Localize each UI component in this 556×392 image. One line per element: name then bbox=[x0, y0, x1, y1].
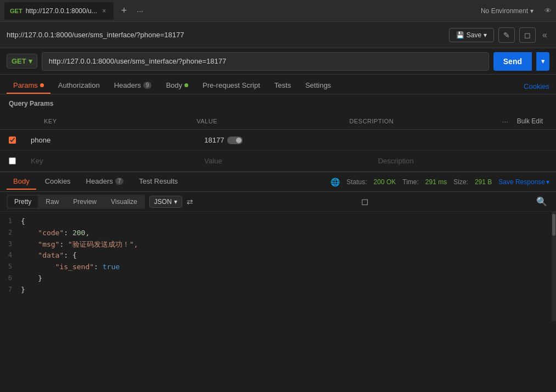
tab-authorization[interactable]: Authorization bbox=[52, 78, 106, 94]
format-tab-pretty[interactable]: Pretty bbox=[8, 196, 38, 208]
tab-url: http://127.0.0.1:8000/u... bbox=[26, 7, 97, 15]
body-dot bbox=[184, 83, 188, 87]
param-row-1: phone 18177 bbox=[0, 130, 556, 151]
new-tab-button[interactable]: + bbox=[118, 5, 131, 16]
url-bar: http://127.0.0.1:8000/user/sms_interface… bbox=[0, 22, 556, 48]
edit-button[interactable]: ✎ bbox=[498, 27, 515, 43]
code-line-3: 3 "msg": "验证码发送成功！", bbox=[0, 239, 556, 251]
request-tab[interactable]: GET http://127.0.0.1:8000/u... × bbox=[4, 2, 114, 20]
collapse-button[interactable]: « bbox=[540, 30, 549, 40]
status-label: Status: bbox=[346, 178, 367, 186]
method-chevron-icon: ▾ bbox=[29, 57, 32, 65]
json-format-selector[interactable]: JSON ▾ bbox=[149, 196, 182, 208]
response-tab-test-results[interactable]: Test Results bbox=[132, 174, 184, 190]
wrap-lines-button[interactable]: ⇄ bbox=[184, 195, 195, 208]
param-value-placeholder: Value bbox=[200, 155, 373, 167]
tab-auth-label: Authorization bbox=[58, 81, 100, 89]
format-tab-raw[interactable]: Raw bbox=[39, 196, 65, 208]
send-dropdown-button[interactable]: ▾ bbox=[536, 52, 549, 71]
response-tab-body[interactable]: Body bbox=[7, 174, 36, 190]
time-label: Time: bbox=[402, 178, 419, 186]
more-options-icon[interactable]: ··· bbox=[502, 117, 508, 126]
env-name: No Environment bbox=[481, 7, 528, 15]
tab-settings[interactable]: Settings bbox=[299, 78, 338, 94]
code-line-7: 7 } bbox=[0, 285, 556, 296]
tab-prerequest[interactable]: Pre-request Script bbox=[196, 78, 267, 94]
response-status-bar: 🌐 Status: 200 OK Time: 291 ms Size: 291 … bbox=[330, 178, 549, 186]
code-line-4: 4 "data": { bbox=[0, 250, 556, 262]
tab-method: GET bbox=[10, 8, 23, 14]
response-headers-badge: 7 bbox=[115, 178, 124, 185]
save-response-button[interactable]: Save Response ▾ bbox=[498, 178, 549, 186]
tab-close-icon[interactable]: × bbox=[100, 7, 108, 15]
send-dropdown-icon: ▾ bbox=[541, 57, 545, 65]
col-desc-header: DESCRIPTION bbox=[350, 118, 502, 124]
scrollbar-thumb[interactable] bbox=[552, 214, 555, 236]
tab-tests[interactable]: Tests bbox=[268, 78, 297, 94]
query-params-section: Query Params KEY VALUE DESCRIPTION ··· B… bbox=[0, 94, 556, 172]
save-response-chevron-icon: ▾ bbox=[546, 178, 549, 186]
top-bar: GET http://127.0.0.1:8000/u... × + ··· N… bbox=[0, 0, 556, 22]
tab-prerequest-label: Pre-request Script bbox=[203, 81, 260, 89]
headers-badge: 9 bbox=[143, 82, 152, 89]
environment-selector[interactable]: No Environment ▾ bbox=[476, 5, 538, 17]
size-label: Size: bbox=[453, 178, 468, 186]
code-line-2: 2 "code": 200, bbox=[0, 228, 556, 239]
response-tab-headers[interactable]: Headers 7 bbox=[80, 174, 131, 190]
query-params-header: Query Params bbox=[0, 94, 556, 113]
url-input[interactable] bbox=[42, 52, 489, 71]
status-value: 200 OK bbox=[374, 178, 396, 186]
bulk-edit-button[interactable]: Bulk Edit bbox=[513, 115, 547, 127]
format-tab-group: Pretty Raw Preview Visualize bbox=[7, 195, 145, 209]
param-key-1: phone bbox=[26, 134, 200, 146]
code-line-6: 6 } bbox=[0, 273, 556, 285]
param-desc-placeholder: Description bbox=[374, 155, 547, 167]
save-button[interactable]: 💾 Save ▾ bbox=[449, 28, 494, 42]
param-toggle-1[interactable] bbox=[227, 137, 243, 144]
method-selector[interactable]: GET ▾ bbox=[7, 54, 37, 69]
col-actions: ··· Bulk Edit bbox=[502, 115, 547, 127]
json-label: JSON bbox=[154, 198, 172, 206]
save-response-label: Save Response bbox=[498, 178, 545, 186]
col-key-header: KEY bbox=[26, 118, 196, 124]
format-tab-preview[interactable]: Preview bbox=[66, 196, 103, 208]
copy-response-button[interactable]: ◻ bbox=[359, 194, 370, 209]
save-chevron-icon: ▾ bbox=[484, 31, 487, 39]
response-body-label: Body bbox=[13, 177, 30, 185]
param-row-2: Key Value Description bbox=[0, 151, 556, 172]
param-checkbox-1[interactable] bbox=[9, 137, 16, 144]
response-section: Body Cookies Headers 7 Test Results 🌐 St… bbox=[0, 172, 556, 321]
param-checkbox-2[interactable] bbox=[9, 157, 16, 164]
url-display: http://127.0.0.1:8000/user/sms_interface… bbox=[7, 31, 445, 39]
tab-body[interactable]: Body bbox=[159, 78, 195, 94]
copy-button[interactable]: ◻ bbox=[519, 27, 536, 43]
method-label: GET bbox=[12, 57, 26, 65]
json-chevron-icon: ▾ bbox=[174, 198, 177, 206]
cookies-link[interactable]: Cookies bbox=[524, 79, 549, 94]
env-chevron-icon: ▾ bbox=[530, 7, 533, 15]
tab-params[interactable]: Params bbox=[7, 78, 50, 94]
tab-more-button[interactable]: ··· bbox=[134, 7, 145, 15]
tab-headers-label: Headers bbox=[114, 81, 141, 89]
search-response-button[interactable]: 🔍 bbox=[534, 194, 549, 209]
response-tabs-bar: Body Cookies Headers 7 Test Results 🌐 St… bbox=[0, 172, 556, 192]
params-dot bbox=[40, 83, 44, 87]
col-value-header: VALUE bbox=[196, 118, 349, 124]
response-tab-cookies[interactable]: Cookies bbox=[38, 174, 77, 190]
eye-icon[interactable]: 👁 bbox=[544, 7, 552, 15]
save-label: Save bbox=[467, 31, 481, 39]
scrollbar-track bbox=[552, 212, 556, 321]
params-table-header: KEY VALUE DESCRIPTION ··· Bulk Edit bbox=[0, 113, 556, 130]
response-code-area: 1 { 2 "code": 200, 3 "msg": "验证码发送成功！", … bbox=[0, 212, 556, 321]
param-key-placeholder: Key bbox=[26, 155, 200, 167]
tab-tests-label: Tests bbox=[274, 81, 291, 89]
code-line-5: 5 "is_send": true bbox=[0, 262, 556, 273]
response-headers-label: Headers bbox=[86, 177, 113, 185]
format-tabs-bar: Pretty Raw Preview Visualize JSON ▾ ⇄ ◻ … bbox=[0, 192, 556, 212]
send-button[interactable]: Send bbox=[493, 52, 532, 71]
size-value: 291 B bbox=[475, 178, 492, 186]
tab-headers[interactable]: Headers 9 bbox=[108, 78, 159, 94]
format-tab-visualize[interactable]: Visualize bbox=[104, 196, 144, 208]
code-line-1: 1 { bbox=[0, 216, 556, 228]
save-icon: 💾 bbox=[456, 31, 464, 39]
